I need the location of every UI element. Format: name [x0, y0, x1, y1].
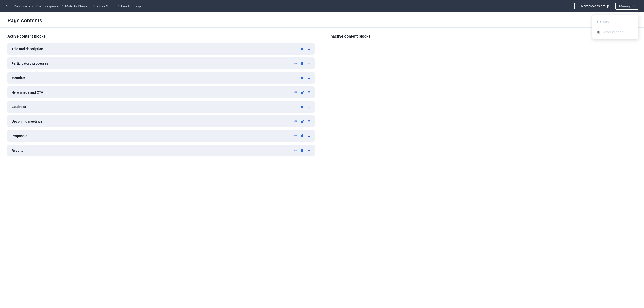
- block-actions: ✏🗑≡: [294, 148, 310, 153]
- block-item-block-upcoming: Upcoming meetings✏🗑≡: [8, 115, 314, 127]
- active-section-title: Active content blocks: [8, 34, 314, 39]
- dropdown-info-label: Info: [603, 20, 609, 24]
- block-item-block-hero: Hero image and CTA✏🗑≡: [8, 86, 314, 98]
- new-process-group-button[interactable]: + New process group: [574, 3, 613, 10]
- info-icon: ⓘ: [597, 20, 601, 24]
- sep-4: /: [118, 4, 119, 8]
- block-label: Results: [12, 149, 23, 152]
- trash-icon[interactable]: 🗑: [300, 148, 305, 153]
- navbar-actions: + New process group Manage ▾ ⓘ Info ⊞ La…: [574, 3, 638, 10]
- block-actions: ✏🗑≡: [294, 119, 310, 124]
- block-actions: ✏🗑≡: [294, 133, 310, 138]
- inactive-blocks-section: Inactive content blocks: [322, 34, 637, 159]
- manage-button[interactable]: Manage ▾: [615, 3, 638, 10]
- active-blocks-list: Title and description🗑≡Participatory pro…: [8, 43, 314, 156]
- blocks-container: Active content blocks Title and descript…: [0, 28, 644, 166]
- block-label: Metadata: [12, 76, 26, 80]
- edit-icon[interactable]: ✏: [294, 148, 298, 153]
- drag-handle-icon[interactable]: ≡: [307, 119, 310, 124]
- block-label: Statistics: [12, 105, 26, 109]
- block-item-block-statistics: Statistics🗑≡: [8, 101, 314, 113]
- block-actions: 🗑≡: [300, 104, 310, 109]
- drag-handle-icon[interactable]: ≡: [307, 75, 310, 80]
- drag-handle-icon[interactable]: ≡: [307, 104, 310, 109]
- trash-icon[interactable]: 🗑: [300, 75, 305, 80]
- edit-icon[interactable]: ✏: [294, 90, 298, 95]
- block-item-block-results: Results✏🗑≡: [8, 145, 314, 156]
- block-actions: ✏🗑≡: [294, 90, 310, 95]
- active-blocks-section: Active content blocks Title and descript…: [8, 34, 322, 159]
- trash-icon[interactable]: 🗑: [300, 46, 305, 51]
- edit-icon[interactable]: ✏: [294, 61, 298, 66]
- home-icon[interactable]: ⌂: [6, 4, 8, 9]
- grid-icon: ⊞: [597, 30, 600, 34]
- block-actions: 🗑≡: [300, 75, 310, 80]
- chevron-down-icon: ▾: [633, 5, 634, 8]
- drag-handle-icon[interactable]: ≡: [307, 133, 310, 138]
- block-label: Upcoming meetings: [12, 120, 42, 123]
- block-label: Proposals: [12, 134, 27, 138]
- dropdown-item-landing-page[interactable]: ⊞ Landing page: [592, 27, 638, 37]
- sep-1: /: [10, 4, 11, 8]
- drag-handle-icon[interactable]: ≡: [307, 46, 310, 51]
- breadcrumb-landing-page[interactable]: Landing page: [121, 4, 142, 8]
- breadcrumb-process-groups[interactable]: Process groups: [36, 4, 60, 8]
- block-item-block-title-desc: Title and description🗑≡: [8, 43, 314, 55]
- trash-icon[interactable]: 🗑: [300, 104, 305, 109]
- manage-label: Manage: [619, 4, 632, 8]
- drag-handle-icon[interactable]: ≡: [307, 61, 310, 66]
- page-header: Page contents: [0, 12, 644, 28]
- block-label: Participatory processes: [12, 62, 48, 65]
- block-label: Hero image and CTA: [12, 91, 43, 94]
- block-item-block-participatory: Participatory processes✏🗑≡: [8, 58, 314, 69]
- manage-wrapper: Manage ▾ ⓘ Info ⊞ Landing page: [615, 3, 638, 10]
- dropdown-item-info[interactable]: ⓘ Info: [592, 17, 638, 27]
- manage-dropdown: ⓘ Info ⊞ Landing page: [592, 15, 638, 39]
- trash-icon[interactable]: 🗑: [300, 133, 305, 138]
- page-title: Page contents: [8, 18, 42, 27]
- block-actions: 🗑≡: [300, 46, 310, 51]
- trash-icon[interactable]: 🗑: [300, 61, 305, 66]
- drag-handle-icon[interactable]: ≡: [307, 90, 310, 95]
- block-label: Title and description: [12, 47, 43, 51]
- edit-icon[interactable]: ✏: [294, 133, 298, 138]
- block-item-block-proposals: Proposals✏🗑≡: [8, 130, 314, 142]
- drag-handle-icon[interactable]: ≡: [307, 148, 310, 153]
- sep-3: /: [62, 4, 63, 8]
- dropdown-landing-label: Landing page: [602, 30, 624, 34]
- trash-icon[interactable]: 🗑: [300, 119, 305, 124]
- breadcrumb-processes[interactable]: Processes: [14, 4, 30, 8]
- inactive-section-title: Inactive content blocks: [330, 34, 637, 39]
- sep-2: /: [32, 4, 33, 8]
- trash-icon[interactable]: 🗑: [300, 90, 305, 95]
- breadcrumb-mobility[interactable]: Mobility Planning Process Group: [65, 4, 116, 8]
- block-item-block-metadata: Metadata🗑≡: [8, 72, 314, 84]
- navbar: ⌂ / Processes / Process groups / Mobilit…: [0, 0, 644, 12]
- block-actions: ✏🗑≡: [294, 61, 310, 66]
- edit-icon[interactable]: ✏: [294, 119, 298, 124]
